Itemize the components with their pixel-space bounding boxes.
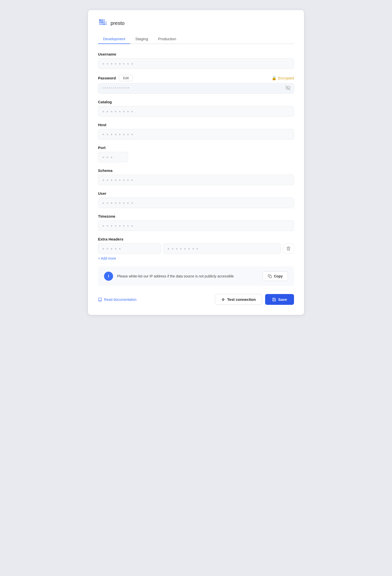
username-input[interactable]: [98, 58, 294, 69]
footer-buttons: Test connection Save: [215, 294, 294, 305]
timezone-group: Timezone: [98, 214, 294, 231]
svg-point-10: [105, 23, 107, 25]
tab-production[interactable]: Production: [153, 34, 181, 44]
svg-point-9: [105, 21, 107, 23]
timezone-input[interactable]: [98, 220, 294, 231]
username-group: Username: [98, 52, 294, 69]
test-conn-label: Test connection: [227, 297, 256, 302]
extra-headers-row: [98, 243, 294, 254]
svg-point-6: [99, 23, 101, 25]
read-docs-label: Read documentation: [104, 298, 136, 302]
host-label: Host: [98, 123, 294, 127]
book-icon: [98, 298, 102, 302]
svg-point-2: [103, 19, 105, 21]
host-group: Host: [98, 123, 294, 139]
schema-input[interactable]: [98, 175, 294, 185]
password-label: Password: [98, 76, 116, 80]
copy-icon: [268, 274, 272, 278]
svg-rect-12: [269, 276, 272, 278]
main-card: presto Development Staging Production Us…: [88, 10, 304, 315]
read-docs-button[interactable]: Read documentation: [98, 298, 136, 302]
password-group: Password Edit 🔒 Encrypted: [98, 75, 294, 94]
save-button[interactable]: Save: [265, 294, 294, 305]
info-message: Please white-list our IP address if the …: [117, 274, 259, 279]
svg-point-3: [99, 21, 101, 23]
extra-headers-value-input[interactable]: [163, 243, 281, 254]
catalog-label: Catalog: [98, 100, 294, 104]
tab-development[interactable]: Development: [98, 34, 130, 44]
app-logo-text: presto: [111, 20, 125, 26]
svg-point-4: [101, 21, 103, 23]
trash-icon: [286, 246, 291, 251]
password-label-row: Password Edit 🔒 Encrypted: [98, 75, 294, 81]
lock-icon: 🔒: [272, 76, 277, 80]
schema-group: Schema: [98, 168, 294, 185]
catalog-group: Catalog: [98, 100, 294, 117]
svg-point-8: [103, 23, 105, 25]
footer-row: Read documentation Test connection Save: [98, 294, 294, 305]
svg-point-0: [99, 19, 101, 21]
port-group: Port: [98, 146, 294, 162]
svg-point-7: [101, 23, 103, 25]
info-icon: i: [104, 272, 113, 281]
host-input[interactable]: [98, 129, 294, 139]
svg-point-1: [101, 19, 103, 21]
tabs-row: Development Staging Production: [98, 34, 294, 44]
user-label: User: [98, 191, 294, 196]
extra-headers-group: Extra Headers + Add more: [98, 237, 294, 260]
catalog-input[interactable]: [98, 106, 294, 117]
user-group: User: [98, 191, 294, 208]
delete-header-button[interactable]: [283, 244, 294, 254]
password-wrapper: [98, 83, 294, 94]
presto-logo-icon: [98, 18, 108, 28]
tab-staging[interactable]: Staging: [130, 34, 153, 44]
port-label: Port: [98, 146, 294, 150]
copy-btn-label: Copy: [274, 274, 283, 278]
encrypted-badge: 🔒 Encrypted: [272, 76, 294, 80]
logo-row: presto: [98, 18, 294, 28]
timezone-label: Timezone: [98, 214, 294, 218]
arrows-updown-icon: [221, 298, 225, 302]
save-icon: [272, 298, 276, 302]
svg-point-5: [103, 21, 105, 23]
edit-password-button[interactable]: Edit: [119, 75, 133, 81]
port-input[interactable]: [98, 152, 128, 162]
info-box: i Please white-list our IP address if th…: [98, 266, 294, 286]
test-connection-button[interactable]: Test connection: [215, 294, 262, 305]
password-input[interactable]: [98, 83, 294, 94]
extra-headers-label: Extra Headers: [98, 237, 294, 241]
schema-label: Schema: [98, 168, 294, 173]
encrypted-label: Encrypted: [278, 76, 294, 80]
extra-headers-key-input[interactable]: [98, 243, 161, 254]
user-input[interactable]: [98, 198, 294, 208]
save-label: Save: [278, 297, 287, 302]
username-label: Username: [98, 52, 294, 56]
copy-button[interactable]: Copy: [263, 271, 288, 281]
add-more-button[interactable]: + Add more: [98, 256, 116, 260]
eye-hidden-icon[interactable]: [285, 85, 290, 92]
